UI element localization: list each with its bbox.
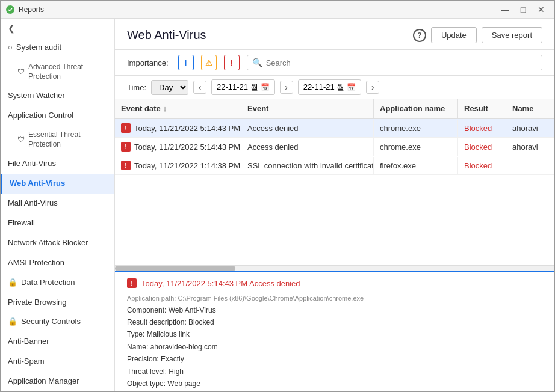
- data-protection-icon: 🔒: [8, 278, 17, 288]
- sidebar-item-network-attack[interactable]: Network Attack Blocker: [1, 233, 114, 253]
- error-severity-icon: !: [121, 123, 131, 133]
- sidebar-item-firewall[interactable]: Firewall: [1, 213, 114, 233]
- table-body: ! Today, 11/21/2022 5:14:43 PM Access de…: [115, 119, 554, 265]
- sidebar-item-system-audit[interactable]: ○ System audit: [1, 38, 114, 58]
- search-input[interactable]: [266, 58, 537, 67]
- sidebar-item-application-manager[interactable]: Application Manager: [1, 372, 114, 391]
- sidebar: ❮ ○ System audit 🛡 Advanced Threat Prote…: [1, 19, 115, 391]
- start-date-field[interactable]: 22-11-21 월 📅: [211, 79, 275, 95]
- sidebar-item-web-antivirus[interactable]: Web Anti-Virus: [1, 174, 114, 194]
- title-bar: Reports — □ ✕: [1, 1, 554, 19]
- time-label: Time:: [127, 83, 146, 92]
- warn-filter-button[interactable]: ⚠: [201, 55, 217, 70]
- sort-icon: ↓: [163, 104, 167, 113]
- header-actions: ? Update Save report: [413, 27, 542, 43]
- sidebar-collapse-button[interactable]: ❮: [1, 19, 114, 38]
- end-calendar-icon[interactable]: 📅: [347, 83, 356, 91]
- row2-result: Blocked: [458, 138, 506, 156]
- sidebar-item-amsi[interactable]: AMSI Protection: [1, 253, 114, 273]
- save-report-button[interactable]: Save report: [482, 27, 542, 43]
- security-controls-icon: 🔒: [8, 317, 17, 327]
- row1-name: ahoravi: [506, 120, 554, 137]
- table-row[interactable]: ! Today, 11/21/2022 5:14:43 PM Access de…: [115, 138, 554, 156]
- app-icon: [5, 5, 15, 14]
- row3-event: SSL connection with invalid certificate …: [241, 157, 374, 174]
- error-severity-icon: !: [121, 161, 131, 170]
- detail-panel: ! Today, 11/21/2022 5:14:43 PM Access de…: [115, 271, 554, 391]
- detail-error-icon: !: [127, 278, 137, 288]
- row1-event: Access denied: [241, 120, 374, 137]
- row2-name: ahoravi: [506, 138, 554, 156]
- filter-toolbar: Importance: i ⚠ ! 🔍: [115, 50, 554, 76]
- table-row[interactable]: ! Today, 11/21/2022 5:14:43 PM Access de…: [115, 119, 554, 138]
- detail-line-3: Type: Malicious link: [127, 328, 542, 340]
- system-audit-icon: ○: [8, 43, 13, 53]
- scrollbar-thumb[interactable]: [115, 266, 235, 271]
- end-date-field[interactable]: 22-11-21 월 📅: [298, 79, 362, 95]
- prev-date-button[interactable]: ‹: [193, 81, 206, 94]
- row3-result: Blocked: [458, 157, 506, 174]
- horizontal-scrollbar[interactable]: [115, 265, 554, 271]
- search-box[interactable]: 🔍: [247, 55, 542, 70]
- close-button[interactable]: ✕: [533, 3, 550, 16]
- time-filter-bar: Time: Day ‹ 22-11-21 월 📅 › 22-11-21 월 📅 …: [115, 76, 554, 99]
- minimize-button[interactable]: —: [497, 3, 513, 16]
- sidebar-item-file-antivirus[interactable]: File Anti-Virus: [1, 154, 114, 174]
- row2-date: ! Today, 11/21/2022 5:14:43 PM: [115, 138, 241, 156]
- search-icon: 🔍: [252, 58, 262, 67]
- detail-header: ! Today, 11/21/2022 5:14:43 PM Access de…: [127, 278, 542, 288]
- detail-line-0: Application path: C:\Program Files (x86)…: [127, 293, 542, 304]
- maximize-button[interactable]: □: [515, 3, 532, 16]
- window-controls: — □ ✕: [497, 3, 550, 16]
- essential-threat-icon: 🛡: [17, 135, 25, 145]
- collapse-icon: ❮: [8, 23, 15, 33]
- col-result[interactable]: Result: [458, 99, 506, 118]
- detail-line-2: Result description: Blocked: [127, 316, 542, 328]
- time-period-select[interactable]: Day: [151, 80, 188, 95]
- sidebar-item-anti-spam[interactable]: Anti-Spam: [1, 352, 114, 372]
- detail-line-1: Component: Web Anti-Virus: [127, 304, 542, 316]
- detail-body: Application path: C:\Program Files (x86)…: [127, 293, 542, 391]
- col-event-date[interactable]: Event date ↓: [115, 99, 241, 118]
- sidebar-item-mail-antivirus[interactable]: Mail Anti-Virus: [1, 194, 114, 213]
- end-date-value: 22-11-21 월: [303, 82, 345, 93]
- row1-result: Blocked: [458, 120, 506, 137]
- row3-app: firefox.exe: [374, 157, 458, 174]
- sidebar-item-advanced-threat[interactable]: 🛡 Advanced Threat Protection: [1, 58, 114, 86]
- row2-event: Access denied: [241, 138, 374, 156]
- object-name-value: ahoravideo-blog.com: [172, 391, 247, 391]
- start-calendar-icon[interactable]: 📅: [261, 83, 270, 91]
- next-range-button[interactable]: ›: [366, 81, 379, 94]
- row2-app: chrome.exe: [374, 138, 458, 156]
- detail-line-5: Precision: Exactly: [127, 353, 542, 365]
- col-event[interactable]: Event: [241, 99, 374, 118]
- col-name[interactable]: Name: [506, 99, 554, 118]
- col-app-name[interactable]: Application name: [374, 99, 458, 118]
- update-button[interactable]: Update: [431, 27, 477, 43]
- sidebar-item-private-browsing[interactable]: Private Browsing: [1, 293, 114, 313]
- next-date-button[interactable]: ›: [280, 81, 293, 94]
- importance-label: Importance:: [127, 58, 169, 67]
- window-title: Reports: [19, 5, 497, 14]
- detail-line-6: Threat level: High: [127, 366, 542, 378]
- table-row[interactable]: ! Today, 11/21/2022 1:14:38 PM SSL conne…: [115, 156, 554, 175]
- sidebar-item-system-watcher[interactable]: System Watcher: [1, 86, 114, 106]
- sidebar-item-application-control[interactable]: Application Control: [1, 106, 114, 126]
- error-severity-icon: !: [121, 142, 131, 152]
- advanced-threat-icon: 🛡: [17, 67, 25, 77]
- sidebar-item-essential-threat[interactable]: 🛡 Essential Threat Protection: [1, 126, 114, 154]
- start-date-value: 22-11-21 월: [217, 82, 258, 93]
- row1-app: chrome.exe: [374, 120, 458, 137]
- detail-line-7: Object type: Web page: [127, 378, 542, 390]
- help-button[interactable]: ?: [413, 29, 426, 42]
- error-filter-button[interactable]: !: [224, 55, 240, 70]
- sidebar-item-security-controls[interactable]: 🔒 Security Controls: [1, 312, 114, 332]
- events-table-area: Event date ↓ Event Application name Resu…: [115, 99, 554, 271]
- main-content: Web Anti-Virus ? Update Save report Impo…: [115, 19, 554, 391]
- detail-line-4: Name: ahoravideo-blog.com: [127, 341, 542, 353]
- page-header: Web Anti-Virus ? Update Save report: [115, 19, 554, 50]
- table-header: Event date ↓ Event Application name Resu…: [115, 99, 554, 119]
- info-filter-button[interactable]: i: [178, 55, 194, 70]
- sidebar-item-anti-banner[interactable]: Anti-Banner: [1, 332, 114, 352]
- sidebar-item-data-protection[interactable]: 🔒 Data Protection: [1, 273, 114, 293]
